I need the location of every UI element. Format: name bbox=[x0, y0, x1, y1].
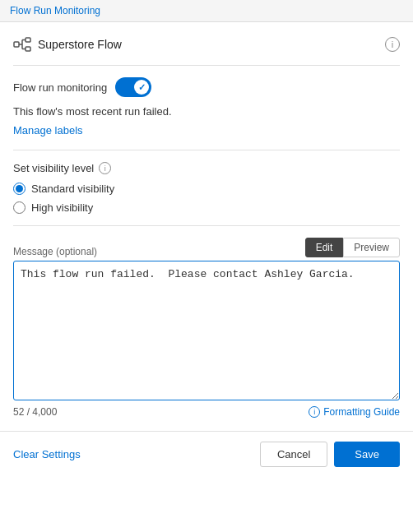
monitoring-row: Flow run monitoring ✓ bbox=[13, 77, 400, 97]
radio-high-label: High visibility bbox=[31, 201, 93, 214]
formatting-guide-link[interactable]: i Formatting Guide bbox=[309, 406, 400, 418]
svg-rect-0 bbox=[14, 42, 19, 47]
footer-actions: Cancel Save bbox=[260, 442, 400, 467]
radio-high-input[interactable] bbox=[13, 201, 26, 214]
flow-title: Superstore Flow bbox=[38, 38, 122, 51]
svg-rect-1 bbox=[26, 38, 30, 42]
formatting-guide-label: Formatting Guide bbox=[323, 406, 400, 418]
flow-header-left: Superstore Flow bbox=[13, 35, 122, 53]
message-header-row: Message (optional) Edit Preview bbox=[13, 238, 400, 257]
toggle-checkmark: ✓ bbox=[138, 83, 146, 92]
flow-info-icon[interactable]: i bbox=[385, 37, 400, 52]
flow-icon bbox=[13, 35, 31, 53]
char-count-row: 52 / 4,000 i Formatting Guide bbox=[13, 406, 400, 418]
visibility-label-row: Set visibility level i bbox=[13, 162, 400, 174]
message-textarea[interactable] bbox=[13, 261, 400, 400]
tab-preview[interactable]: Preview bbox=[343, 238, 400, 257]
message-tab-group: Edit Preview bbox=[305, 238, 400, 257]
toggle-thumb: ✓ bbox=[134, 80, 149, 95]
breadcrumb-active: Flow Run Monitoring bbox=[10, 5, 100, 16]
breadcrumb: Flow Run Monitoring bbox=[0, 0, 413, 22]
message-section: Message (optional) Edit Preview 52 / 4,0… bbox=[13, 238, 400, 418]
cancel-button[interactable]: Cancel bbox=[260, 442, 327, 467]
toggle-track: ✓ bbox=[115, 77, 151, 97]
clear-settings-button[interactable]: Clear Settings bbox=[13, 448, 81, 460]
divider-3 bbox=[13, 225, 400, 226]
radio-standard-input[interactable] bbox=[13, 183, 26, 195]
visibility-info-icon[interactable]: i bbox=[99, 162, 111, 174]
visibility-label: Set visibility level bbox=[13, 162, 94, 174]
divider-2 bbox=[13, 150, 400, 150]
tab-edit[interactable]: Edit bbox=[305, 238, 344, 257]
main-panel: Superstore Flow i Flow run monitoring ✓ … bbox=[0, 22, 413, 418]
visibility-section: Set visibility level i Standard visibili… bbox=[13, 162, 400, 214]
save-button[interactable]: Save bbox=[334, 442, 400, 467]
formatting-guide-icon: i bbox=[309, 406, 320, 418]
monitoring-label: Flow run monitoring bbox=[13, 81, 107, 94]
radio-high[interactable]: High visibility bbox=[13, 201, 400, 214]
flow-header: Superstore Flow i bbox=[13, 35, 400, 53]
manage-labels-link[interactable]: Manage labels bbox=[13, 124, 83, 136]
message-label: Message (optional) bbox=[13, 246, 97, 257]
footer: Clear Settings Cancel Save bbox=[0, 431, 413, 477]
status-text: This flow's most recent run failed. bbox=[13, 105, 400, 118]
radio-standard-label: Standard visibility bbox=[31, 183, 114, 195]
char-count: 52 / 4,000 bbox=[13, 406, 57, 418]
radio-standard[interactable]: Standard visibility bbox=[13, 183, 400, 195]
svg-rect-2 bbox=[26, 47, 30, 51]
divider-1 bbox=[13, 65, 400, 66]
monitoring-toggle[interactable]: ✓ bbox=[115, 77, 151, 97]
